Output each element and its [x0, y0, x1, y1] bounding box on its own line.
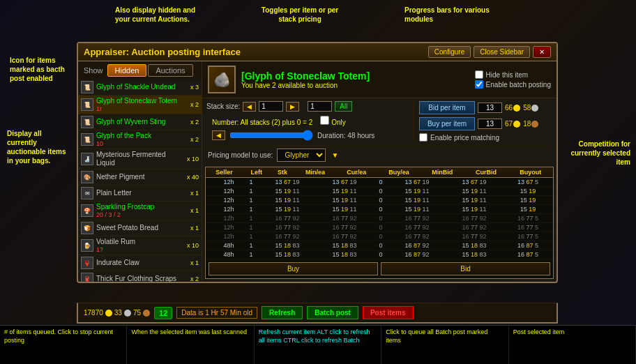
col-stk: Stk: [270, 167, 294, 178]
cell-buyea: 0: [373, 178, 388, 187]
batch-posting-checkbox-row[interactable]: Enable batch posting: [475, 80, 551, 89]
list-item[interactable]: 📜 Glyph of the Pack 10 x 2: [78, 130, 202, 149]
title-bar: Appraiser: Auction posting interface Con…: [78, 43, 556, 61]
table-scroll-area[interactable]: 12h 1 13 67 19 13 67 19 0 13 67 19 13 67…: [206, 178, 553, 259]
close-sidebar-button[interactable]: Close Sidebar: [474, 46, 530, 58]
cell-left: 12h: [214, 178, 243, 187]
item-count: x 2: [190, 101, 199, 108]
duration-label: Duration: 48 hours: [317, 132, 374, 139]
title-bar-buttons: Configure Close Sidebar ✕: [428, 46, 551, 58]
silver-icon: [124, 310, 131, 317]
bid-per-item-button[interactable]: Bid per item: [419, 101, 475, 114]
list-item[interactable]: 📜 Glyph of Wyvern Sting x 2: [78, 114, 202, 130]
cell-buyout: 13 67 5: [503, 178, 553, 187]
col-buyout: Buyout: [508, 167, 553, 178]
bottom-annotations: # of items queued. Click to stop current…: [0, 325, 636, 364]
col-curbid: CurBid: [464, 167, 508, 178]
list-item[interactable]: 📜 Glyph of Shackle Undead x 3: [78, 79, 202, 96]
price-matching-checkbox[interactable]: [419, 133, 427, 142]
table-row[interactable]: 48h1 15 18 83 15 18 83 0 16 87 92 15 18 …: [206, 241, 553, 250]
buy-per-item-button[interactable]: Buy per item: [419, 117, 475, 130]
auction-data-table: Seller Left Stk Min/ea Cur/ea Buy/ea Min…: [206, 167, 553, 178]
item-count: x 10: [187, 242, 199, 249]
item-name: Nether Pigment: [96, 173, 186, 181]
buy-silver-value: 18: [523, 120, 538, 128]
auctions-tab[interactable]: Auctions: [148, 64, 192, 77]
silver-amount: 33: [114, 309, 122, 317]
hide-item-checkbox[interactable]: [475, 70, 483, 79]
post-items-button[interactable]: Post items: [363, 306, 414, 319]
auction-table: Seller Left Stk Min/ea Cur/ea Buy/ea Min…: [205, 167, 554, 279]
table-row[interactable]: 12h1 16 77 92 16 77 92 0 16 77 92 16 77 …: [206, 232, 553, 241]
batch-posting-checkbox[interactable]: [475, 80, 483, 89]
table-row[interactable]: 12h1 15 19 11 15 19 11 0 15 19 11 15 19 …: [206, 187, 553, 196]
list-item[interactable]: 🍶 Mysterious Fermented Liquid x 10: [78, 149, 202, 169]
price-matching-row[interactable]: Enable price matching: [419, 133, 552, 142]
table-row[interactable]: 12h1 15 19 11 15 19 11 0 15 19 11 15 19 …: [206, 205, 553, 214]
list-item[interactable]: 📜 Glyph of Stoneclaw Totem 1r x 2: [78, 96, 202, 114]
list-item[interactable]: 🦞 Indurate Claw x 1: [78, 255, 202, 271]
item-count: x 1: [190, 207, 199, 214]
ann-post-selected-text: Post selected item: [513, 328, 631, 337]
item-count: x 1: [190, 225, 199, 232]
item-name: Indurate Claw: [96, 259, 189, 267]
auction-data-table-body: 12h 1 13 67 19 13 67 19 0 13 67 19 13 67…: [206, 178, 553, 259]
cell-seller: [206, 187, 214, 196]
col-minbid: MinBid: [421, 167, 464, 178]
item-icon: 🍺: [81, 239, 93, 252]
batch-post-button[interactable]: Batch post: [307, 306, 358, 319]
all-button[interactable]: All: [335, 101, 352, 112]
list-item[interactable]: 🍄 Sparkling Frostcap 20 / 3 / 2 x 1: [78, 202, 202, 220]
ann-queued-text: # of items queued. Click to stop current…: [4, 328, 122, 344]
list-item[interactable]: ✉ Plain Letter x 1: [78, 185, 202, 202]
pricing-model-select[interactable]: Glypher: [277, 149, 326, 162]
item-icon: 📜: [81, 133, 93, 146]
cell-curea: 13 67 19: [316, 178, 373, 187]
cell-minea: 13 67 19: [259, 178, 316, 187]
refresh-button[interactable]: Refresh: [262, 306, 303, 319]
queue-badge[interactable]: 12: [154, 307, 172, 319]
item-subtext: 10: [96, 140, 189, 147]
col-seller: Seller: [206, 167, 243, 178]
only-label: Only: [331, 119, 346, 126]
count-input[interactable]: [308, 101, 332, 112]
table-row[interactable]: 48h1 15 18 83 15 18 83 0 16 87 92 15 18 …: [206, 250, 553, 259]
configure-button[interactable]: Configure: [428, 46, 471, 58]
hidden-tab[interactable]: Hidden: [107, 64, 147, 77]
bid-gold-value: 66: [505, 104, 520, 112]
buy-button[interactable]: Buy: [209, 262, 378, 275]
list-item[interactable]: 🧣 Thick Fur Clothing Scraps x 2: [78, 271, 202, 282]
list-item[interactable]: 🍺 Volatile Rum 1? x 10: [78, 236, 202, 255]
item-title-area: [Glyph of Stoneclaw Totem] You have 2 av…: [241, 70, 370, 89]
pricing-arrow-icon: ▼: [331, 151, 338, 159]
duration-decrease-btn[interactable]: ◀: [212, 130, 225, 140]
table-row[interactable]: 12h1 16 77 92 16 77 92 0 16 77 92 16 77 …: [206, 223, 553, 232]
only-checkbox[interactable]: [320, 116, 329, 125]
item-count: x 2: [190, 275, 199, 282]
hide-item-checkbox-row[interactable]: Hide this item: [475, 70, 551, 79]
table-row[interactable]: 12h1 16 77 92 16 77 92 0 16 77 92 16 77 …: [206, 214, 553, 223]
table-row[interactable]: 12h 1 13 67 19 13 67 19 0 13 67 19 13 67…: [206, 178, 553, 187]
buy-value-input[interactable]: [478, 119, 502, 129]
list-item[interactable]: 🍞 Sweet Potato Bread x 1: [78, 220, 202, 236]
item-count: x 10: [187, 156, 199, 162]
show-tabs: Show Hidden Auctions: [78, 61, 202, 79]
list-item[interactable]: 🎨 Nether Pigment x 40: [78, 169, 202, 185]
bid-button[interactable]: Bid: [381, 262, 550, 275]
item-icon: 🍶: [81, 153, 93, 165]
close-button[interactable]: ✕: [533, 46, 551, 58]
duration-slider[interactable]: [229, 130, 313, 141]
table-row[interactable]: 12h1 15 19 11 15 19 11 0 15 19 11 15 19 …: [206, 196, 553, 205]
cell-seller: [206, 178, 214, 187]
cell-minbid: 13 67 19: [388, 178, 446, 187]
item-count: x 2: [190, 119, 199, 126]
hide-item-label: Hide this item: [486, 71, 529, 79]
item-name: Glyph of the Pack: [96, 132, 189, 140]
only-checkbox-row[interactable]: Only: [320, 119, 345, 126]
copper-icon: [143, 310, 150, 317]
stack-decrease-btn[interactable]: ◀: [243, 102, 256, 112]
main-panel: Appraiser: Auction posting interface Con…: [77, 42, 558, 283]
stack-input[interactable]: [259, 101, 283, 112]
stack-increase-btn[interactable]: ▶: [286, 102, 299, 112]
bid-value-input[interactable]: [478, 103, 502, 113]
